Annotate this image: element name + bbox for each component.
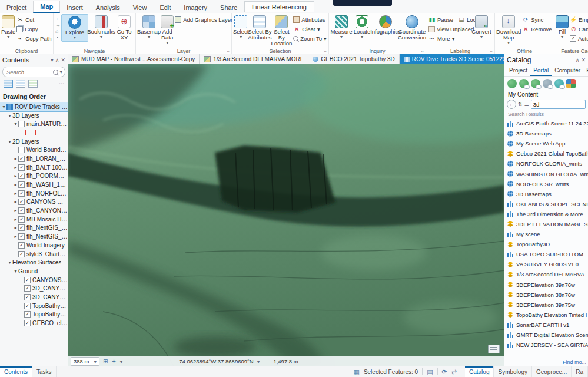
catalog-tab-favorites[interactable]: Favorites [583, 66, 588, 76]
catalog-item[interactable]: My scene [504, 229, 588, 239]
catalog-item[interactable]: 3DEP ELEVATION IMAGE SERVER [504, 219, 588, 229]
fill-button[interactable]: Fill▾ [556, 14, 569, 41]
catalog-item[interactable]: VA SURVEY GRIDS v1.0 [504, 259, 588, 269]
convert-button[interactable]: Convert▾ [470, 14, 493, 41]
auto-cache-toggle[interactable]: ✓Auto Cache [569, 34, 588, 43]
select-button[interactable]: Select▾ [233, 14, 248, 41]
layer-tree-row[interactable]: ▾main.NATURAL_G... [0, 120, 68, 128]
locate-button[interactable]: Locate▾ [353, 14, 371, 41]
layer-tree-row[interactable]: ✓CANYONS_MER... [0, 276, 68, 285]
layer-visibility-checkbox[interactable]: ✓ [18, 251, 25, 257]
expander-icon[interactable]: ▸ [13, 165, 18, 170]
command-search[interactable] [333, 0, 392, 6]
layer-visibility-checkbox[interactable]: ✓ [18, 199, 25, 205]
map-tab[interactable]: 1/3 ArcSecond DELMARVA MORE [200, 54, 308, 64]
selection-grid-icon[interactable]: ▦ [353, 368, 359, 376]
add-graphics-layer-button[interactable]: Add Graphics Layer [174, 15, 234, 24]
auto-cache-checkbox[interactable]: ✓ [570, 35, 576, 42]
paste-button[interactable]: Paste▾ [1, 14, 15, 41]
my-organization-icon[interactable] [543, 79, 552, 88]
catalog-item[interactable]: NORFOLK SR_wmts [504, 179, 588, 189]
catalog-item[interactable]: SonarBAT EARTH v1 [504, 320, 588, 330]
layer-tree-row[interactable]: ▸✓flh_WASH_100ft_4... [0, 180, 68, 189]
layer-visibility-checkbox[interactable] [18, 121, 25, 127]
layer-visibility-checkbox[interactable]: ✓ [18, 216, 25, 223]
contents-search[interactable]: ▾ [2, 67, 65, 77]
selection-dialog-launcher-icon[interactable]: ⌄ [323, 48, 327, 54]
search-options-chevron-icon[interactable]: ▾ [59, 69, 62, 75]
catalog-item[interactable]: OKEANOS & SLOPE SCENE [504, 199, 588, 209]
list-by-selection-icon[interactable] [28, 80, 38, 88]
layer-visibility-checkbox[interactable]: ✓ [18, 190, 25, 197]
ribbon-tab-view[interactable]: View [127, 2, 154, 13]
catalog-auto-hide-pin-icon[interactable]: ⊼ [576, 57, 580, 63]
ribbon-tab-edit[interactable]: Edit [153, 2, 177, 13]
scale-selector[interactable]: 388 m▾ [71, 357, 99, 366]
layer-tree-row[interactable]: ✓TopoBathy3D [0, 302, 68, 310]
notification-message-icon[interactable] [488, 345, 500, 353]
close-pane-icon[interactable]: ✕ [61, 57, 65, 63]
layer-tree-row[interactable]: ▸✓CANYONS MERGE... [0, 198, 68, 207]
layer-tree-row[interactable]: ▾ROV Dive Tracks 3D S... [0, 102, 68, 111]
ribbon-tab-share[interactable]: Share [214, 2, 244, 13]
expander-icon[interactable]: ▸ [13, 199, 18, 204]
expander-icon[interactable]: ▸ [13, 156, 18, 161]
map-view[interactable]: 388 m▾ ⊞ ✦ ▾ 74.0623894°W 37.8689609°N ▾… [68, 64, 504, 366]
expander-icon[interactable]: ▾ [13, 269, 18, 274]
dock-tab-catalog[interactable]: Catalog [465, 366, 494, 377]
sync-button[interactable]: ⟳Sync [521, 15, 553, 24]
layer-tree-row[interactable]: ▸✓flh_NextGIS_50ft_S... [0, 232, 68, 241]
zoom-to-button[interactable]: Zoom To▾ [292, 34, 328, 43]
cancel-button[interactable]: ∅Cancel [569, 25, 588, 34]
layer-visibility-checkbox[interactable]: ✓ [18, 173, 25, 179]
catalog-tab-project[interactable]: Project [506, 66, 530, 76]
layer-tree-row[interactable]: ▾2D Layers [0, 137, 68, 146]
layer-tree-row[interactable]: ✓TopoBathy 3D (f... [0, 310, 68, 319]
add-data-button[interactable]: Add Data▾ [161, 14, 174, 47]
map-tab[interactable]: MUD MAP - Northwest ...Assessment-Copy [68, 54, 200, 64]
layer-tree-row[interactable]: ✓World Imagery [0, 241, 68, 250]
more-button[interactable]: ⋯More▾ [427, 34, 470, 43]
expander-icon[interactable]: ▸ [13, 208, 18, 213]
layer-tree-row[interactable]: ▸✓flh_NORFOLK_100... [0, 189, 68, 198]
expander-icon[interactable]: ▸ [13, 173, 18, 178]
catalog-item[interactable]: GMRT Digital Elevation Scene [504, 330, 588, 340]
contextual-tab-linear-referencing[interactable]: Linear Referencing [244, 1, 314, 12]
basemap-button[interactable]: Basemap▾ [137, 14, 161, 41]
layer-tree-row[interactable]: ▸✓tlh_BALT 100ft CO... [0, 163, 68, 172]
dock-tab-contents[interactable]: Contents [0, 366, 32, 377]
map-tab[interactable]: ROV Dive Tracks 3D Scene 051223✕ [400, 54, 504, 64]
catalog-search-input[interactable] [531, 100, 586, 109]
expander-icon[interactable]: ▾ [1, 104, 6, 110]
labeling-dialog-launcher-icon[interactable]: ⌄ [489, 48, 493, 54]
layer-visibility-checkbox[interactable]: ✓ [18, 207, 25, 214]
expander-icon[interactable]: ▸ [13, 217, 18, 222]
expander-icon[interactable]: ▸ [13, 182, 18, 187]
contents-search-input[interactable] [5, 68, 52, 76]
arcgis-online-icon[interactable] [554, 79, 564, 88]
copy-button[interactable]: Copy [15, 25, 52, 34]
layer-visibility-checkbox[interactable]: ✓ [18, 181, 25, 188]
layer-visibility-checkbox[interactable]: ✓ [24, 294, 31, 300]
my-content-icon[interactable] [507, 79, 517, 88]
catalog-item[interactable]: USA TOPO SUB-BOTTOM [504, 249, 588, 259]
refresh-icon[interactable]: ⟳ [442, 368, 447, 376]
catalog-item[interactable]: TopoBathy Elevation Tinted Hillsha [504, 310, 588, 320]
catalog-item[interactable]: 3DEPElevation 38n76w [504, 290, 588, 300]
list-by-source-icon[interactable] [16, 80, 25, 88]
expander-icon[interactable]: ▾ [13, 121, 18, 127]
coordinates-chevron-icon[interactable]: ▾ [257, 359, 260, 365]
filter-icon[interactable]: ☰ [524, 101, 529, 107]
expander-icon[interactable]: ▸ [13, 234, 18, 239]
dock-tab-ra[interactable]: Ra [572, 366, 588, 377]
layer-visibility-checkbox[interactable]: ✓ [24, 320, 31, 326]
layer-tree-row[interactable]: World Boundaries... [0, 145, 68, 154]
layer-visibility-checkbox[interactable]: ✓ [24, 311, 31, 318]
explore-button[interactable]: Explore▾ [61, 14, 88, 42]
catalog-item[interactable]: NORFOLK GLORIA_wmts [504, 158, 588, 168]
layer-tree-row[interactable]: ▾Elevation Surfaces [0, 258, 68, 267]
list-by-drawing-order-icon[interactable] [4, 80, 13, 88]
layer-tree-row[interactable]: ✓style3_Charted Ter... [0, 250, 68, 259]
expander-icon[interactable]: ▾ [7, 260, 12, 265]
ribbon-tab-imagery[interactable]: Imagery [177, 2, 214, 13]
